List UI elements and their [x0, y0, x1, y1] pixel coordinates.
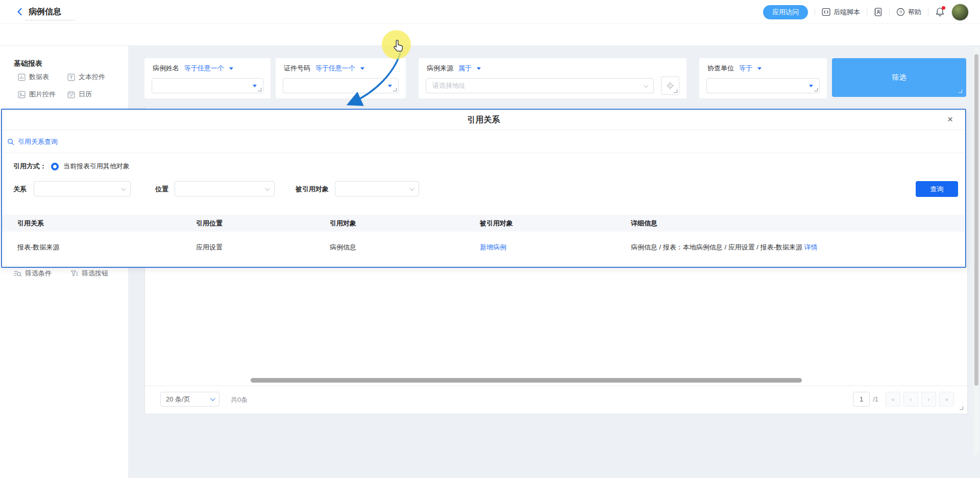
backend-script-label: 后端脚本 [834, 8, 860, 17]
filter-value-select[interactable] [152, 78, 263, 93]
filter-operator-dropdown[interactable]: 等于任意一个 [315, 64, 355, 73]
reference-table: 引用关系 引用位置 引用对象 被引用对象 详细信息 报表-数据来源 应用设置 病… [2, 215, 965, 263]
code-icon [822, 8, 830, 16]
position-select[interactable] [175, 181, 275, 196]
table-row: 报表-数据来源 应用设置 病例信息 新增病例 病例信息 / 报表：本地病例信息 … [2, 232, 965, 263]
members-icon[interactable] [874, 8, 883, 16]
resize-corner[interactable] [814, 88, 818, 91]
reference-search-link[interactable]: 引用关系查询 [7, 137, 58, 146]
resize-corner[interactable] [258, 88, 261, 91]
close-icon[interactable]: × [947, 114, 953, 125]
filter-card-head: 证件号码 等于任意一个 [284, 64, 364, 73]
last-page-button[interactable]: » [939, 392, 954, 407]
filter-card-head: 协查单位 等于 [707, 64, 762, 73]
resize-corner[interactable] [959, 89, 962, 93]
referenced-object-label: 被引用对象 [296, 185, 329, 194]
cell-referenced-link[interactable]: 新增病例 [480, 243, 631, 252]
divider [815, 9, 815, 16]
query-button[interactable]: 查询 [916, 181, 958, 197]
page-number-input[interactable]: 1 [853, 392, 870, 407]
address-select[interactable]: 请选择地址 [426, 78, 654, 93]
sidebar-widget-label: 筛选条件 [25, 269, 52, 278]
column-header: 引用对象 [330, 219, 480, 228]
reference-mode-row: 引用方式： 当前报表引用其他对象 [13, 162, 130, 171]
cell-relation: 报表-数据来源 [17, 243, 196, 252]
divider [2, 153, 965, 153]
search-icon [7, 138, 14, 145]
divider [145, 386, 967, 386]
title-dashed-underline [26, 20, 75, 20]
sidebar-widget-filter-condition[interactable]: 筛选条件 [14, 269, 52, 278]
back-icon[interactable] [15, 7, 24, 16]
filter-field-label: 协查单位 [707, 64, 734, 73]
page-size-value: 20 条/页 [166, 395, 190, 404]
caret-down-icon [388, 85, 392, 87]
filter-operator-dropdown[interactable]: 属于 [458, 64, 472, 73]
sidebar-widget-image[interactable]: 图片控件 [18, 90, 56, 99]
page-count-label: /1 [873, 395, 878, 403]
filter-button-icon [70, 270, 78, 278]
cell-position: 应用设置 [196, 243, 330, 252]
column-header: 详细信息 [631, 219, 965, 228]
radio-selected-icon[interactable] [51, 163, 59, 170]
total-count-label: 共0条 [231, 395, 248, 405]
backend-script-button[interactable]: 后端脚本 [822, 8, 860, 17]
detail-link[interactable]: 详情 [804, 243, 817, 251]
caret-down-icon [229, 67, 233, 70]
caret-down-icon [253, 85, 257, 87]
sidebar-widget-data-table[interactable]: 数据表 [18, 72, 49, 82]
chevron-down-icon [644, 83, 649, 88]
divider [889, 9, 890, 16]
sidebar-widget-text[interactable]: 文本控件 [67, 72, 105, 82]
filter-card-assist-unit: 协查单位 等于 [699, 58, 827, 98]
cell-object: 病例信息 [330, 243, 480, 252]
chevron-down-icon [121, 186, 126, 191]
detail-text: 病例信息 / 报表：本地病例信息 / 应用设置 / 报表-数据来源 [631, 243, 802, 251]
reference-mode-option: 当前报表引用其他对象 [63, 162, 130, 171]
filter-submit-button[interactable]: 筛选 [832, 58, 966, 97]
pick-location-button[interactable] [661, 77, 679, 95]
position-label: 位置 [155, 185, 168, 194]
crosshair-icon [666, 82, 674, 90]
cell-detail: 病例信息 / 报表：本地病例信息 / 应用设置 / 报表-数据来源 详情 [631, 243, 965, 252]
relation-label: 关系 [13, 185, 27, 194]
next-page-button[interactable]: › [921, 392, 936, 407]
resize-corner[interactable] [393, 88, 397, 91]
filter-operator-dropdown[interactable]: 等于 [739, 64, 752, 73]
filter-card-id-number: 证件号码 等于任意一个 [276, 58, 406, 98]
filter-value-select[interactable] [283, 78, 399, 93]
app-access-button[interactable]: 应用访问 [763, 5, 808, 19]
page-size-select[interactable]: 20 条/页 [160, 392, 219, 407]
filter-submit-label: 筛选 [892, 73, 906, 81]
address-placeholder: 请选择地址 [432, 81, 465, 90]
filter-field-label: 病例姓名 [153, 64, 179, 73]
modal-header: 引用关系 × [2, 110, 965, 130]
sidebar-widget-label: 数据表 [29, 72, 49, 82]
pager: 1 /1 « ‹ › » [853, 392, 954, 407]
sidebar-widget-filter-button[interactable]: 筛选按钮 [70, 269, 108, 278]
help-icon: ? [896, 8, 905, 16]
referenced-object-select[interactable] [335, 181, 419, 196]
filter-card-head: 病例来源 属于 [427, 64, 481, 73]
sidebar-section-title: 基础报表 [14, 59, 42, 68]
notification-bell-icon[interactable] [935, 7, 945, 17]
resize-corner[interactable] [960, 406, 963, 410]
horizontal-scrollbar[interactable] [251, 378, 802, 383]
chevron-down-icon [265, 186, 270, 191]
filter-value-select[interactable] [706, 78, 820, 93]
filter-field-label: 病例来源 [427, 64, 453, 73]
filter-operator-dropdown[interactable]: 等于任意一个 [184, 64, 224, 73]
filter-condition-icon [14, 270, 21, 278]
sidebar-widget-calendar[interactable]: 日历 [67, 90, 92, 99]
chart-table-icon [18, 73, 26, 81]
vertical-scrollbar[interactable] [974, 54, 978, 386]
help-button[interactable]: ? 帮助 [896, 8, 921, 17]
resize-corner[interactable] [674, 89, 677, 93]
first-page-button[interactable]: « [886, 392, 900, 407]
prev-page-button[interactable]: ‹ [903, 392, 918, 407]
relation-select[interactable] [34, 181, 131, 196]
help-label: 帮助 [908, 8, 921, 17]
sidebar-widget-label: 日历 [79, 90, 92, 99]
report-designer-screen: 病例信息 应用访问 后端脚本 ? 帮助 [0, 0, 980, 478]
avatar[interactable] [951, 4, 969, 21]
